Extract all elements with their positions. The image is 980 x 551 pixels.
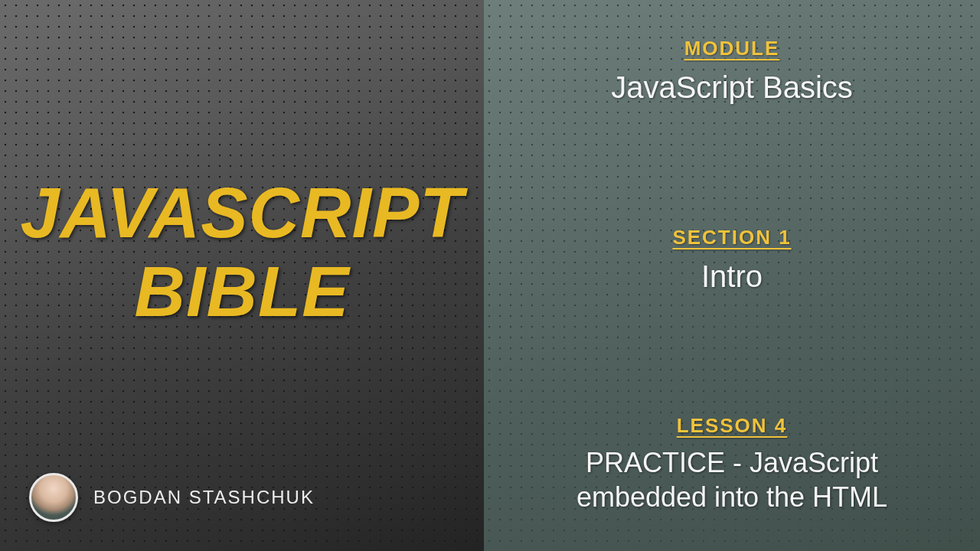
section-value: Intro	[701, 257, 763, 295]
module-label: MODULE	[684, 37, 780, 60]
course-title: JAVASCRIPT BIBLE	[20, 174, 463, 331]
section-label: SECTION 1	[672, 226, 791, 249]
section-block: SECTION 1 Intro	[672, 226, 791, 295]
lesson-label: LESSON 4	[677, 414, 788, 438]
course-title-line2: BIBLE	[20, 253, 463, 331]
lesson-value: PRACTICE - JavaScript embedded into the …	[541, 445, 923, 514]
right-panel: MODULE JavaScript Basics SECTION 1 Intro…	[484, 0, 980, 551]
left-panel: JAVASCRIPT BIBLE BOGDAN STASHCHUK	[0, 0, 484, 551]
lesson-block: LESSON 4 PRACTICE - JavaScript embedded …	[541, 414, 923, 514]
module-value: JavaScript Basics	[611, 68, 853, 106]
module-block: MODULE JavaScript Basics	[611, 37, 853, 106]
course-slide: JAVASCRIPT BIBLE BOGDAN STASHCHUK MODULE…	[0, 0, 980, 551]
author-avatar	[29, 473, 78, 522]
author-block: BOGDAN STASHCHUK	[29, 473, 315, 522]
course-title-line1: JAVASCRIPT	[20, 174, 463, 253]
author-name: BOGDAN STASHCHUK	[93, 487, 315, 508]
